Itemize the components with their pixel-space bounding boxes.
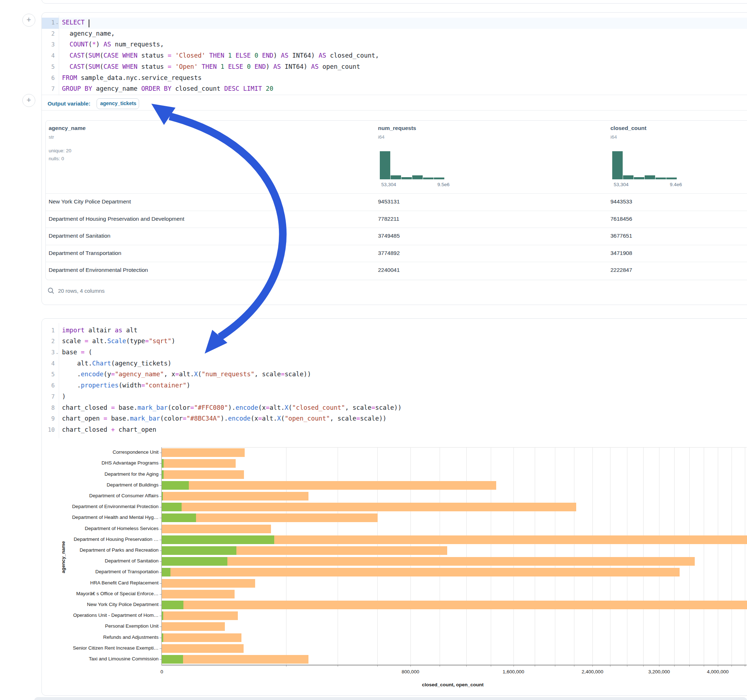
annotation-arrow	[0, 0, 747, 700]
next-cell-edge	[34, 697, 747, 700]
notebook-page: + + 1⌄234567 SELECT agency_name, COUNT(*…	[0, 0, 747, 700]
